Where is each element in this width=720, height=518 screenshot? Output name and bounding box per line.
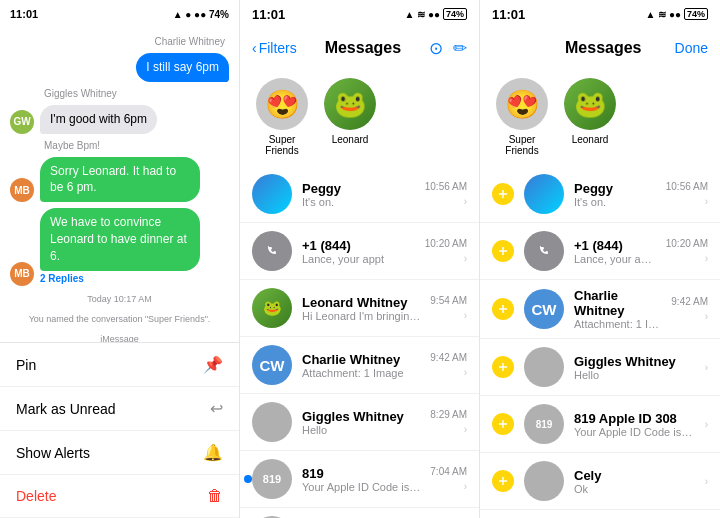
content-giggles-3: Giggles Whitney Hello — [574, 354, 695, 381]
name-charlie: Charlie Whitney — [302, 352, 420, 367]
edit-badge-peggy[interactable] — [492, 183, 514, 205]
list-item-phone[interactable]: +1 (844) Lance, your appt 10:20 AM › — [240, 223, 479, 280]
avatar-phone-3 — [524, 231, 564, 271]
conversation-list: Peggy It's on. 10:56 AM › +1 (844) Lance… — [240, 166, 479, 518]
list-item-giggles-3[interactable]: Giggles Whitney Hello › — [480, 339, 720, 396]
sf-label: Super Friends — [252, 134, 312, 156]
preview-phone: Lance, your appt — [302, 253, 415, 265]
content-phone-3: +1 (844) Lance, your appt — [574, 238, 656, 265]
chevron-819: › — [464, 481, 467, 492]
list-item-charlie-3[interactable]: CW Charlie Whitney Attachment: 1 Image 9… — [480, 280, 720, 339]
pinned-leonard-3[interactable]: 🐸 Leonard — [564, 78, 616, 156]
sf-label-3: Super Friends — [492, 134, 552, 156]
leonard-label: Leonard — [332, 134, 369, 145]
chevron-giggles-3: › — [705, 362, 708, 373]
content-cely-3: Cely Ok — [574, 468, 695, 495]
preview-peggy: It's on. — [302, 196, 415, 208]
outgoing-message-1: I still say 6pm — [10, 53, 229, 82]
alerts-label: Show Alerts — [16, 445, 90, 461]
time-phone-3: 10:20 AM — [666, 238, 708, 249]
list-item-oldgang-3[interactable]: 👥 The Old Gang He's got life insurance › — [480, 510, 720, 518]
messages-edit-panel: 11:01 ▲ ≋ ●● 74% Messages Done 😍 Super F… — [480, 0, 720, 518]
sf-emoji: 😍 — [265, 88, 300, 121]
preview-charlie-3: Attachment: 1 Image — [574, 318, 661, 330]
time-peggy-3: 10:56 AM — [666, 181, 708, 192]
chevron-leonard: › — [464, 310, 467, 321]
meta-peggy: 10:56 AM › — [425, 181, 467, 207]
list-item-819[interactable]: 819 819 Your Apple ID Code is: 308 7:04 … — [240, 451, 479, 508]
list-item-giggles[interactable]: Giggles Whitney Hello 8:29 AM › — [240, 394, 479, 451]
meta-cely-3: › — [705, 476, 708, 487]
pinned-contacts-3: 😍 Super Friends 🐸 Leonard — [480, 68, 720, 166]
context-show-alerts[interactable]: Show Alerts 🔔 — [0, 431, 239, 475]
time-3: 11:01 — [492, 7, 525, 22]
list-item-cely[interactable]: Cely Ok Yesterday › — [240, 508, 479, 518]
frog-avatar-3: 🐸 — [564, 78, 616, 130]
context-mark-unread[interactable]: Mark as Unread ↩ — [0, 387, 239, 431]
list-item-cely-3[interactable]: Cely Ok › — [480, 453, 720, 510]
avatar-charlie: CW — [252, 345, 292, 385]
chevron-giggles: › — [464, 424, 467, 435]
pinned-sf-3[interactable]: 😍 Super Friends — [492, 78, 552, 156]
chevron-cely-3: › — [705, 476, 708, 487]
system-msg-2: You named the conversation "Super Friend… — [10, 312, 229, 326]
unread-label: Mark as Unread — [16, 401, 116, 417]
filters-label[interactable]: Filters — [259, 40, 297, 56]
preview-819: Your Apple ID Code is: 308 — [302, 481, 420, 493]
avatar-cely-3 — [524, 461, 564, 501]
time-giggles: 8:29 AM — [430, 409, 467, 420]
status-bar-1: 11:01 ▲ ● ●● 74% — [0, 0, 239, 28]
edit-badge-charlie[interactable] — [492, 298, 514, 320]
list-item-peggy[interactable]: Peggy It's on. 10:56 AM › — [240, 166, 479, 223]
name-peggy-3: Peggy — [574, 181, 656, 196]
compose-icon[interactable]: ✏ — [453, 38, 467, 59]
status-bar-3: 11:01 ▲ ≋ ●● 74% — [480, 0, 720, 28]
content-phone: +1 (844) Lance, your appt — [302, 238, 415, 265]
ellipsis-icon[interactable]: ⊙ — [429, 38, 443, 59]
chevron-819-3: › — [705, 419, 708, 430]
conversation-list-3: Peggy It's on. 10:56 AM › +1 (844) Lance… — [480, 166, 720, 518]
status-icons-2: ▲ ≋ ●● 74% — [404, 8, 467, 20]
name-leonard: Leonard Whitney — [302, 295, 420, 310]
list-item-charlie[interactable]: CW Charlie Whitney Attachment: 1 Image 9… — [240, 337, 479, 394]
context-pin[interactable]: Pin 📌 — [0, 343, 239, 387]
avatar-peggy-3 — [524, 174, 564, 214]
edit-badge-giggles[interactable] — [492, 356, 514, 378]
list-item-phone-3[interactable]: +1 (844) Lance, your appt 10:20 AM › — [480, 223, 720, 280]
sender-label-2: Giggles Whitney — [10, 88, 229, 99]
sender-label-3: Maybe Bpm! — [10, 140, 229, 151]
chat-panel: 11:01 ▲ ● ●● 74% Charlie Whitney I still… — [0, 0, 240, 518]
chevron-charlie-3: › — [705, 311, 708, 322]
sender-label-1: Charlie Whitney — [10, 36, 229, 47]
list-item-peggy-3[interactable]: Peggy It's on. 10:56 AM › — [480, 166, 720, 223]
meta-giggles: 8:29 AM › — [430, 409, 467, 435]
pinned-leonard[interactable]: 🐸 Leonard — [324, 78, 376, 156]
system-msg-1: Today 10:17 AM — [10, 292, 229, 306]
list-item-819-3[interactable]: 819 819 Apple ID 308 Your Apple ID Code … — [480, 396, 720, 453]
avatar-mb: MB — [10, 178, 34, 202]
done-button[interactable]: Done — [675, 40, 708, 56]
context-delete[interactable]: Delete 🗑 — [0, 475, 239, 518]
meta-charlie-3: 9:42 AM › — [671, 296, 708, 322]
edit-badge-phone[interactable] — [492, 240, 514, 262]
status-icons-1: ▲ ● ●● 74% — [173, 9, 229, 20]
replies-badge[interactable]: 2 Replies — [40, 271, 200, 286]
pinned-super-friends[interactable]: 😍 Super Friends — [252, 78, 312, 156]
edit-badge-819[interactable] — [492, 413, 514, 435]
time-peggy: 10:56 AM — [425, 181, 467, 192]
incoming-message-2: MB Sorry Leonard. It had to be 6 pm. — [10, 157, 229, 203]
chevron-phone-3: › — [705, 253, 708, 264]
name-charlie-3: Charlie Whitney — [574, 288, 661, 318]
pinned-avatar-leonard: 🐸 — [324, 78, 376, 130]
incoming-message-3: MB We have to convince Leonard to have d… — [10, 208, 229, 285]
meta-phone: 10:20 AM › — [425, 238, 467, 264]
content-charlie: Charlie Whitney Attachment: 1 Image — [302, 352, 420, 379]
preview-giggles-3: Hello — [574, 369, 695, 381]
chevron-peggy: › — [464, 196, 467, 207]
edit-badge-cely[interactable] — [492, 470, 514, 492]
svg-point-0 — [262, 241, 282, 261]
list-item-leonard[interactable]: 🐸 Leonard Whitney Hi Leonard I'm bringin… — [240, 280, 479, 337]
back-button[interactable]: ‹ Filters — [252, 40, 297, 56]
incoming-message-1: GW I'm good with 6pm — [10, 105, 229, 134]
content-giggles: Giggles Whitney Hello — [302, 409, 420, 436]
